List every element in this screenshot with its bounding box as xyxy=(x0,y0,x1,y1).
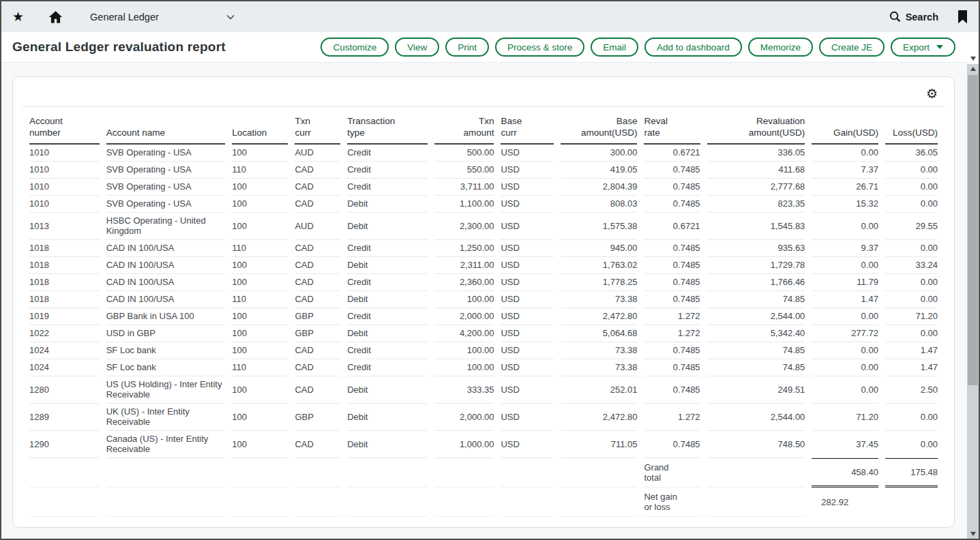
empty-cell xyxy=(347,458,428,487)
empty-cell xyxy=(232,487,288,517)
cell: USD xyxy=(501,274,553,291)
cell: 29.55 xyxy=(885,213,938,240)
cell: Credit xyxy=(347,162,428,179)
empty-cell xyxy=(347,487,428,517)
cell: Canada (US) - Inter Entity Receivable xyxy=(106,431,226,458)
cell: GBP xyxy=(295,404,340,431)
grand-total-label: Grand total xyxy=(644,458,700,487)
page-title: General Ledger revaluation report xyxy=(12,40,226,55)
cell: 100 xyxy=(232,274,288,291)
add-to-dashboard-button[interactable]: Add to dashboard xyxy=(644,38,742,57)
column-header: Txn curr xyxy=(295,111,340,145)
cell: USD xyxy=(501,325,553,342)
table-row: 1010SVB Operating - USA100AUDCredit500.0… xyxy=(29,145,938,162)
cell: HSBC Operating - United Kingdom xyxy=(106,213,226,240)
cell: 100 xyxy=(232,145,288,162)
table-row: 1010SVB Operating - USA100CADDebit1,100.… xyxy=(29,196,938,213)
process-store-button[interactable]: Process & store xyxy=(495,38,584,57)
topbar-right: Search xyxy=(889,10,968,24)
report-nav-dropdown[interactable]: General Ledger xyxy=(90,12,235,22)
cell: 823.35 xyxy=(707,196,805,213)
cell: 333.35 xyxy=(434,376,494,404)
cell: 935.63 xyxy=(707,240,805,257)
cell: 3,711.00 xyxy=(434,179,494,196)
export-button[interactable]: Export xyxy=(891,38,955,57)
cell: 15.32 xyxy=(812,196,878,213)
view-button[interactable]: View xyxy=(395,38,439,57)
cell: USD xyxy=(501,376,553,404)
table-row: 1290Canada (US) - Inter Entity Receivabl… xyxy=(29,431,938,458)
cell: 26.71 xyxy=(812,179,878,196)
empty-cell xyxy=(232,458,288,487)
column-header: Revaluation amount(USD) xyxy=(707,111,805,145)
cell: USD in GBP xyxy=(106,325,226,342)
empty-cell xyxy=(501,458,553,487)
cell: USD xyxy=(501,196,553,213)
cell: Debit xyxy=(347,213,428,240)
cell: 2,472.80 xyxy=(561,404,638,431)
topbar: ★ General Ledger Search xyxy=(1,1,979,32)
empty-cell xyxy=(29,458,100,487)
cell: 0.00 xyxy=(885,196,938,213)
net-gain-row: Net gain or loss282.92 xyxy=(29,487,938,517)
cell: 1013 xyxy=(29,213,100,240)
cell: 71.20 xyxy=(812,404,878,431)
cell: 0.7485 xyxy=(644,274,700,291)
cell: SF Loc bank xyxy=(106,342,226,359)
cell: 277.72 xyxy=(812,325,878,342)
cell: 1,766.46 xyxy=(707,274,805,291)
home-icon[interactable] xyxy=(48,10,63,24)
table-row: 1013HSBC Operating - United Kingdom100AU… xyxy=(29,213,938,240)
cell: 1.272 xyxy=(644,404,700,431)
cell: 1.272 xyxy=(644,308,700,325)
cell: 0.7485 xyxy=(644,257,700,274)
cell: 100 xyxy=(232,404,288,431)
cell: 9.37 xyxy=(812,240,878,257)
cell: CAD xyxy=(295,342,340,359)
table-row: 1024SF Loc bank110CADCredit100.00USD73.3… xyxy=(29,359,938,376)
empty-cell xyxy=(707,487,805,517)
cell: 33.24 xyxy=(885,257,938,274)
header-scrollbar-down-button[interactable] xyxy=(967,32,979,64)
cell: AUD xyxy=(295,213,340,240)
scrollbar-thumb[interactable] xyxy=(968,75,978,385)
vertical-scrollbar xyxy=(967,32,979,539)
scroll-up-button[interactable] xyxy=(967,67,979,71)
cell: Debit xyxy=(347,291,428,308)
empty-cell xyxy=(295,487,340,517)
cell: USD xyxy=(501,213,553,240)
cell: USD xyxy=(501,145,553,162)
cell: 0.6721 xyxy=(644,145,700,162)
cell: UK (US) - Inter Entity Receivable xyxy=(106,404,226,431)
cell: 73.38 xyxy=(561,291,638,308)
cell: 2,311.00 xyxy=(434,257,494,274)
column-header: Base amount(USD) xyxy=(561,111,638,145)
bookmark-icon[interactable] xyxy=(957,10,968,24)
cell: Debit xyxy=(347,325,428,342)
search-label: Search xyxy=(906,12,938,22)
cell: 100.00 xyxy=(434,342,494,359)
email-button[interactable]: Email xyxy=(591,38,638,57)
cell: 711.05 xyxy=(561,431,638,458)
cell: 1,729.78 xyxy=(707,257,805,274)
cell: GBP xyxy=(295,325,340,342)
favorites-star-icon[interactable]: ★ xyxy=(12,10,24,23)
button-label: View xyxy=(407,42,427,52)
print-button[interactable]: Print xyxy=(445,38,489,57)
cell: 1022 xyxy=(29,325,100,342)
table-row: 1024SF Loc bank100CADCredit100.00USD73.3… xyxy=(29,342,938,359)
memorize-button[interactable]: Memorize xyxy=(748,38,813,57)
cell: CAD xyxy=(295,274,340,291)
cell: 1,545.83 xyxy=(707,213,805,240)
button-label: Process & store xyxy=(507,42,572,52)
cell: 1010 xyxy=(29,196,100,213)
scroll-down-button[interactable] xyxy=(967,532,979,536)
cell: 0.00 xyxy=(812,308,878,325)
create-je-button[interactable]: Create JE xyxy=(819,38,885,57)
customize-button[interactable]: Customize xyxy=(321,38,389,57)
cell: 0.00 xyxy=(885,274,938,291)
global-search[interactable]: Search xyxy=(889,11,938,22)
cell: CAD xyxy=(295,376,340,404)
scrollbar-track[interactable] xyxy=(967,64,979,539)
gear-icon[interactable]: ⚙ xyxy=(926,87,938,100)
